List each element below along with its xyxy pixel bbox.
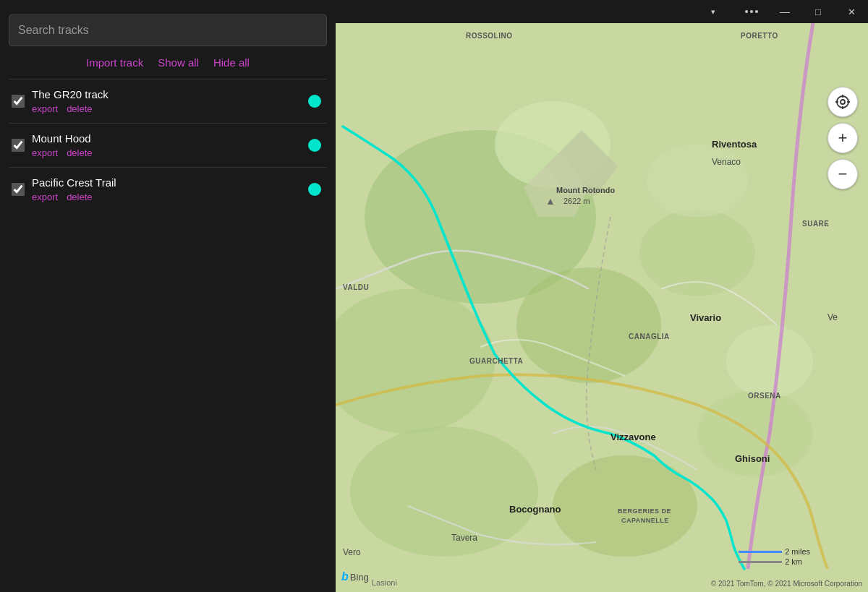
track-color-dot-2: [308, 183, 321, 196]
left-panel: Import track Show all Hide all The GR20 …: [0, 0, 336, 592]
svg-point-10: [726, 325, 813, 398]
scale-km-row: 2 km: [739, 557, 802, 566]
delete-link-0[interactable]: delete: [67, 103, 92, 114]
delete-link-1[interactable]: delete: [67, 147, 92, 158]
track-actions: Import track Show all Hide all: [9, 56, 327, 69]
track-links-2: export delete: [32, 192, 301, 202]
titlebar-controls: ▾ — □ ✕: [692, 0, 868, 23]
scale-bar: 2 miles 2 km: [739, 547, 810, 566]
map-svg: [336, 0, 868, 592]
dot-icon: [750, 10, 753, 13]
map-area[interactable]: ▾ — □ ✕: [336, 0, 868, 592]
dot-icon: [745, 10, 748, 13]
track-name-0: The GR20 track: [32, 88, 301, 100]
maximize-icon: □: [815, 7, 821, 17]
track-checkbox-1[interactable]: [12, 139, 25, 152]
chevron-down-icon: ▾: [711, 7, 715, 17]
svg-point-3: [516, 267, 661, 383]
scale-km-label: 2 km: [785, 557, 802, 566]
export-link-0[interactable]: export: [32, 103, 58, 114]
search-container: [9, 14, 327, 46]
track-name-1: Mount Hood: [32, 132, 301, 145]
scale-miles-row: 2 miles: [739, 547, 810, 556]
svg-point-9: [647, 145, 748, 217]
track-info-0: The GR20 track export delete: [32, 88, 301, 114]
track-links-0: export delete: [32, 103, 301, 114]
track-info-2: Pacific Crest Trail export delete: [32, 176, 301, 202]
track-checkbox-0[interactable]: [12, 95, 25, 108]
import-track-link[interactable]: Import track: [86, 56, 143, 69]
bing-logo: b Bing: [341, 570, 369, 583]
svg-point-4: [639, 210, 755, 296]
locate-btn[interactable]: [827, 87, 858, 117]
scale-line-miles: [739, 551, 782, 553]
track-name-2: Pacific Crest Trail: [32, 176, 301, 189]
track-links-1: export delete: [32, 147, 301, 158]
chevron-down-btn[interactable]: ▾: [692, 0, 735, 23]
map-controls: + −: [827, 87, 858, 189]
track-item: The GR20 track export delete: [9, 79, 327, 123]
maximize-btn[interactable]: □: [801, 0, 835, 23]
export-link-2[interactable]: export: [32, 192, 58, 202]
map-copyright: © 2021 TomTom, © 2021 Microsoft Corporat…: [711, 580, 862, 588]
svg-point-5: [350, 426, 538, 557]
track-item-2: Pacific Crest Trail export delete: [9, 167, 327, 211]
track-item-1: Mount Hood export delete: [9, 123, 327, 167]
titlebar: ▾ — □ ✕: [336, 0, 868, 23]
hide-all-link[interactable]: Hide all: [213, 56, 250, 69]
zoom-out-btn[interactable]: −: [827, 159, 858, 189]
track-info-1: Mount Hood export delete: [32, 132, 301, 158]
show-all-link[interactable]: Show all: [158, 56, 199, 69]
track-list: The GR20 track export delete Mount Hood …: [9, 79, 327, 211]
track-color-dot-0: [308, 95, 321, 108]
bing-b-icon: b: [341, 570, 349, 583]
dots-btn[interactable]: [735, 0, 768, 23]
scale-miles-label: 2 miles: [785, 547, 810, 556]
svg-point-6: [553, 455, 697, 557]
bing-text: Bing: [350, 572, 369, 583]
zoom-in-btn[interactable]: +: [827, 123, 858, 153]
close-btn[interactable]: ✕: [835, 0, 868, 23]
svg-point-14: [841, 100, 845, 104]
minimize-btn[interactable]: —: [768, 0, 801, 23]
minimize-icon: —: [780, 6, 790, 17]
scale-line-km: [739, 561, 782, 563]
main-layout: Import track Show all Hide all The GR20 …: [0, 0, 868, 592]
dot-icon: [755, 10, 758, 13]
search-input[interactable]: [9, 14, 327, 46]
svg-point-13: [837, 96, 848, 108]
export-link-1[interactable]: export: [32, 147, 58, 158]
close-icon: ✕: [848, 7, 856, 17]
track-color-dot-1: [308, 139, 321, 152]
delete-link-2[interactable]: delete: [67, 192, 92, 202]
track-checkbox-2[interactable]: [12, 183, 25, 196]
